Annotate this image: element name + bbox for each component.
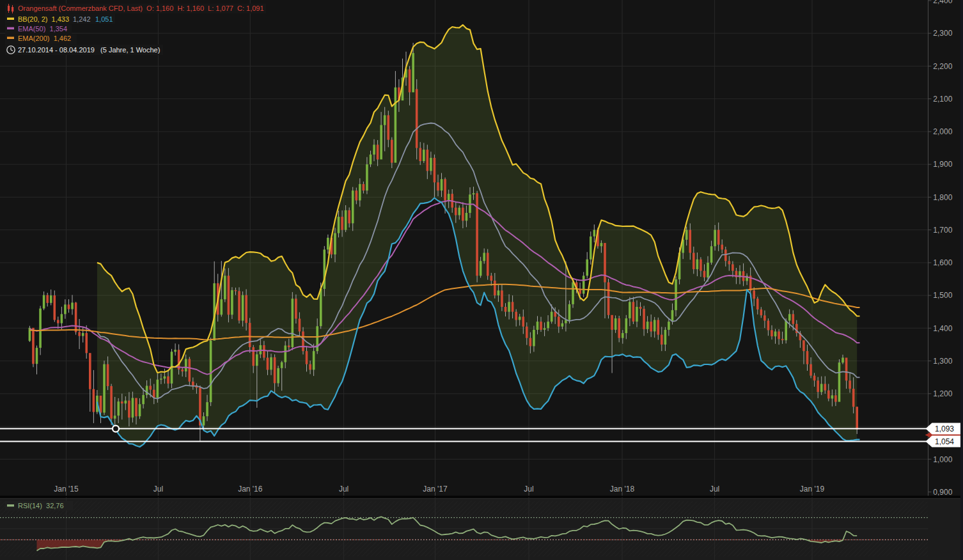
svg-text:1,000: 1,000 xyxy=(933,455,952,464)
svg-text:Jul: Jul xyxy=(524,485,533,494)
svg-text:1,500: 1,500 xyxy=(933,291,952,300)
svg-text:2,400: 2,400 xyxy=(933,0,952,5)
svg-text:1,700: 1,700 xyxy=(933,226,952,235)
svg-text:1,242: 1,242 xyxy=(73,15,91,23)
svg-text:BB(20, 2) 1,433: BB(20, 2) 1,433 xyxy=(18,15,69,23)
svg-text:Jan '19: Jan '19 xyxy=(800,485,825,494)
svg-text:1,093: 1,093 xyxy=(935,424,954,433)
svg-text:2,300: 2,300 xyxy=(933,29,952,38)
svg-text:Jul: Jul xyxy=(710,485,719,494)
svg-text:Jan '18: Jan '18 xyxy=(610,485,635,494)
svg-text:Jul: Jul xyxy=(153,485,163,494)
svg-text:1,300: 1,300 xyxy=(933,357,952,366)
svg-text:Orangensaft (Commerzbank CFD,: Orangensaft (Commerzbank CFD, Last) O: 1… xyxy=(18,4,264,12)
svg-text:27.10.2014 - 08.04.2019 (5 J: 27.10.2014 - 08.04.2019 (5 Jahre, 1 Woch… xyxy=(18,46,160,54)
svg-text:2,200: 2,200 xyxy=(933,62,952,71)
svg-text:Jan '17: Jan '17 xyxy=(423,485,448,494)
svg-text:1,051: 1,051 xyxy=(95,15,113,23)
svg-text:Jan '16: Jan '16 xyxy=(238,485,263,494)
svg-text:1,600: 1,600 xyxy=(933,258,952,267)
svg-text:1,900: 1,900 xyxy=(933,160,952,169)
svg-text:2,100: 2,100 xyxy=(933,95,952,104)
svg-text:1,200: 1,200 xyxy=(933,389,952,398)
svg-text:RSI(14) 32,76: RSI(14) 32,76 xyxy=(18,502,64,509)
svg-text:EMA(50) 1,354: EMA(50) 1,354 xyxy=(18,25,67,33)
svg-text:Jul: Jul xyxy=(339,485,348,494)
svg-text:EMA(200) 1,462: EMA(200) 1,462 xyxy=(18,35,71,42)
svg-text:Jan '15: Jan '15 xyxy=(54,485,79,494)
svg-text:1,400: 1,400 xyxy=(933,324,952,333)
svg-text:2,000: 2,000 xyxy=(933,127,952,136)
svg-text:0,900: 0,900 xyxy=(933,488,952,497)
svg-text:1,054: 1,054 xyxy=(935,437,954,446)
svg-text:1,800: 1,800 xyxy=(933,193,952,202)
